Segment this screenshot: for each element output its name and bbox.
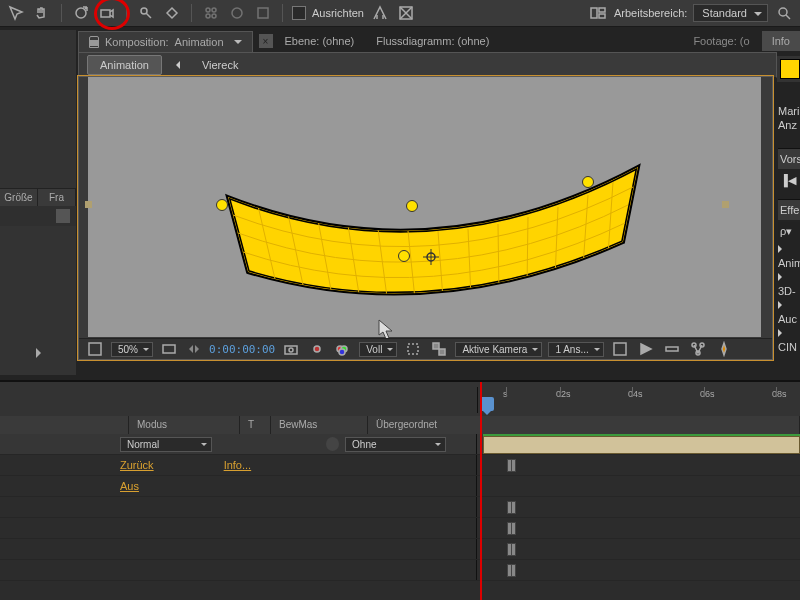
color-swatch[interactable] bbox=[780, 59, 800, 79]
pickwhip-icon[interactable] bbox=[326, 437, 339, 451]
first-frame-icon[interactable]: ▐◀ bbox=[778, 169, 800, 191]
tab-composition[interactable]: Komposition: Animation bbox=[78, 31, 253, 52]
keyframe-icon[interactable] bbox=[507, 459, 516, 470]
snap-a-icon[interactable] bbox=[370, 3, 390, 23]
tool-grid-b-icon[interactable] bbox=[227, 3, 247, 23]
parent-dropdown[interactable]: Ohne bbox=[345, 437, 446, 452]
aspect-icon[interactable] bbox=[159, 339, 179, 359]
puppet-pin[interactable] bbox=[398, 250, 410, 262]
col-bewmas[interactable]: BewMas bbox=[271, 416, 368, 434]
snap-b-icon[interactable] bbox=[396, 3, 416, 23]
align-checkbox[interactable] bbox=[292, 6, 306, 20]
puppet-pin[interactable] bbox=[406, 200, 418, 212]
viewer-footer: 50% 0:00:00:00 Voll Aktive Kamera 1 Ans.… bbox=[79, 338, 772, 359]
col-trackmatte-t[interactable]: T bbox=[240, 416, 271, 434]
next-frame-icon[interactable] bbox=[195, 345, 203, 353]
current-timecode[interactable]: 0:00:00:00 bbox=[209, 343, 275, 356]
layer-handle[interactable] bbox=[722, 201, 729, 208]
breadcrumb-animation[interactable]: Animation bbox=[87, 55, 162, 75]
svg-point-7 bbox=[232, 8, 242, 18]
roi-icon[interactable] bbox=[403, 339, 423, 359]
fast-preview-icon[interactable] bbox=[636, 339, 656, 359]
layer-handle[interactable] bbox=[85, 201, 92, 208]
tool-pin-options-icon[interactable] bbox=[162, 3, 182, 23]
col-mode[interactable]: Modus bbox=[129, 416, 240, 434]
svg-rect-34 bbox=[285, 346, 297, 354]
snapshot-icon[interactable] bbox=[281, 339, 301, 359]
tool-grid-c-icon[interactable] bbox=[253, 3, 273, 23]
keyframe-icon[interactable] bbox=[507, 564, 516, 575]
always-preview-icon[interactable] bbox=[85, 339, 105, 359]
exposure-icon[interactable] bbox=[714, 339, 734, 359]
playhead-icon[interactable] bbox=[480, 397, 494, 411]
col-framerate[interactable]: Fra bbox=[38, 189, 76, 207]
parent-value: Ohne bbox=[352, 439, 376, 450]
tool-selection-icon[interactable] bbox=[6, 3, 26, 23]
property-row[interactable] bbox=[0, 497, 800, 518]
px-aspect-icon[interactable] bbox=[610, 339, 630, 359]
breadcrumb-viereck[interactable]: Viereck bbox=[190, 56, 250, 74]
blend-mode-dropdown[interactable]: Normal bbox=[120, 437, 212, 452]
flowchart-icon[interactable] bbox=[56, 209, 70, 223]
tool-camera-icon[interactable] bbox=[97, 3, 117, 23]
project-row[interactable] bbox=[0, 206, 76, 226]
time-ruler[interactable]: s 02s 04s 06s 08s bbox=[477, 387, 800, 413]
project-panel: Größe Fra bbox=[0, 30, 76, 375]
puppet-pin[interactable] bbox=[216, 199, 228, 211]
lock-icon[interactable] bbox=[89, 36, 99, 48]
info-swatch-panel bbox=[777, 56, 800, 82]
col-parent[interactable]: Übergeordnet bbox=[368, 416, 800, 434]
camera-dropdown[interactable]: Aktive Kamera bbox=[455, 342, 542, 357]
views-dropdown[interactable]: 1 Ans... bbox=[548, 342, 603, 357]
layer-row[interactable]: Normal Ohne bbox=[0, 434, 800, 455]
tab-layer[interactable]: Ebene: (ohne) bbox=[275, 31, 365, 51]
tool-puppet-pin-icon[interactable] bbox=[136, 3, 156, 23]
property-row[interactable] bbox=[0, 539, 800, 560]
property-row[interactable]: Zurück Info... bbox=[0, 455, 800, 476]
link-info[interactable]: Info... bbox=[224, 459, 252, 471]
tool-rotate-icon[interactable] bbox=[71, 3, 91, 23]
fx-group-3d[interactable]: 3D- bbox=[778, 270, 800, 298]
tab-menu-icon[interactable] bbox=[234, 40, 242, 48]
transparency-grid-icon[interactable] bbox=[429, 339, 449, 359]
col-size[interactable]: Größe bbox=[0, 189, 38, 207]
show-snapshot-icon[interactable] bbox=[307, 339, 327, 359]
property-row[interactable]: Aus bbox=[0, 476, 800, 497]
tab-footage[interactable]: Footage: (o bbox=[683, 31, 759, 51]
canvas[interactable] bbox=[88, 77, 761, 337]
fx-group-cineware[interactable]: CIN bbox=[778, 326, 800, 354]
tool-grid-a-icon[interactable] bbox=[201, 3, 221, 23]
effects-search[interactable]: ρ▾ bbox=[778, 222, 800, 240]
keyframe-icon[interactable] bbox=[507, 522, 516, 533]
property-row[interactable] bbox=[0, 518, 800, 539]
tab-info[interactable]: Info bbox=[762, 31, 800, 51]
keyframe-icon[interactable] bbox=[507, 543, 516, 554]
fx-group-audio[interactable]: Auc bbox=[778, 298, 800, 326]
right-sidebar: Mario Anz Vors ▐◀ Effe ρ▾ Anim 3D- Auc C… bbox=[778, 104, 800, 354]
search-icon[interactable] bbox=[774, 3, 794, 23]
channel-icon[interactable] bbox=[333, 339, 353, 359]
composition-viewer[interactable]: 50% 0:00:00:00 Voll Aktive Kamera 1 Ans.… bbox=[78, 76, 773, 360]
panel-preview-header[interactable]: Vors bbox=[778, 148, 800, 169]
zoom-dropdown[interactable]: 50% bbox=[111, 342, 153, 357]
workspace-dropdown[interactable]: Standard bbox=[693, 4, 768, 22]
tool-hand-icon[interactable] bbox=[32, 3, 52, 23]
puppet-pin[interactable] bbox=[582, 176, 594, 188]
panel-effects-header[interactable]: Effe bbox=[778, 199, 800, 220]
playhead-line[interactable] bbox=[480, 382, 482, 600]
tab-close-icon[interactable]: × bbox=[259, 34, 273, 48]
property-row[interactable] bbox=[0, 560, 800, 581]
prev-frame-icon[interactable] bbox=[185, 345, 193, 353]
expand-arrow-icon[interactable] bbox=[36, 348, 46, 358]
fx-group-animation[interactable]: Anim bbox=[778, 242, 800, 270]
link-back[interactable]: Zurück bbox=[120, 459, 154, 471]
keyframe-icon[interactable] bbox=[507, 501, 516, 512]
layer-duration-bar[interactable] bbox=[483, 436, 800, 454]
layout-icon[interactable] bbox=[588, 3, 608, 23]
timeline-icon[interactable] bbox=[662, 339, 682, 359]
layer-track[interactable] bbox=[477, 434, 800, 454]
tab-flowchart[interactable]: Flussdiagramm: (ohne) bbox=[366, 31, 499, 51]
resolution-dropdown[interactable]: Voll bbox=[359, 342, 397, 357]
link-off[interactable]: Aus bbox=[120, 480, 139, 492]
comp-flowchart-icon[interactable] bbox=[688, 339, 708, 359]
